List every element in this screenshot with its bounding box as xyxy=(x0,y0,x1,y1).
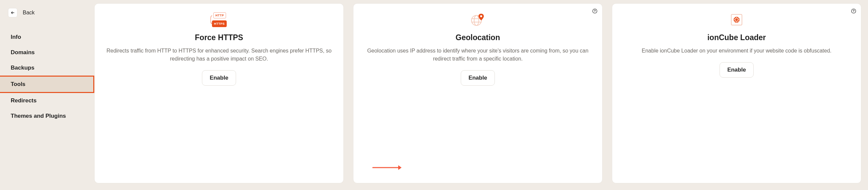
svg-point-1 xyxy=(594,12,595,12)
https-icon: HTTP HTTPS xyxy=(211,12,227,28)
sidebar: Back Info Domains Backups Tools Redirect… xyxy=(0,0,94,190)
content: HTTP HTTPS Force HTTPS Redirects traffic… xyxy=(94,0,868,190)
back-button[interactable]: Back xyxy=(0,5,94,20)
sidebar-item-redirects[interactable]: Redirects xyxy=(0,93,94,108)
enable-button[interactable]: Enable xyxy=(719,62,754,77)
enable-button[interactable]: Enable xyxy=(461,70,495,86)
sidebar-item-themes-plugins[interactable]: Themes and Plugins xyxy=(0,108,94,124)
arrow-annotation xyxy=(372,164,402,171)
svg-point-4 xyxy=(480,15,482,18)
sidebar-item-backups[interactable]: Backups xyxy=(0,60,94,75)
loader-icon xyxy=(731,12,743,28)
card-geolocation: Geolocation Geolocation uses IP address … xyxy=(353,3,602,183)
svg-point-3 xyxy=(474,15,479,25)
card-title: Force HTTPS xyxy=(195,33,243,42)
help-icon[interactable] xyxy=(851,8,856,14)
sidebar-item-info[interactable]: Info xyxy=(0,29,94,45)
card-description: Enable ionCube Loader on your environmen… xyxy=(642,47,831,55)
back-label: Back xyxy=(23,10,35,16)
card-title: Geolocation xyxy=(456,33,500,42)
help-icon[interactable] xyxy=(592,8,597,14)
sidebar-item-tools[interactable]: Tools xyxy=(0,75,94,93)
card-ioncube: ionCube Loader Enable ionCube Loader on … xyxy=(612,3,861,183)
enable-button[interactable]: Enable xyxy=(202,70,236,86)
card-description: Geolocation uses IP address to identify … xyxy=(363,47,593,63)
sidebar-item-domains[interactable]: Domains xyxy=(0,45,94,60)
svg-point-7 xyxy=(853,12,854,12)
card-force-https: HTTP HTTPS Force HTTPS Redirects traffic… xyxy=(94,3,344,183)
globe-pin-icon xyxy=(470,12,485,28)
card-title: ionCube Loader xyxy=(707,33,766,42)
card-description: Redirects traffic from HTTP to HTTPS for… xyxy=(104,47,334,63)
back-arrow-icon xyxy=(8,8,18,18)
